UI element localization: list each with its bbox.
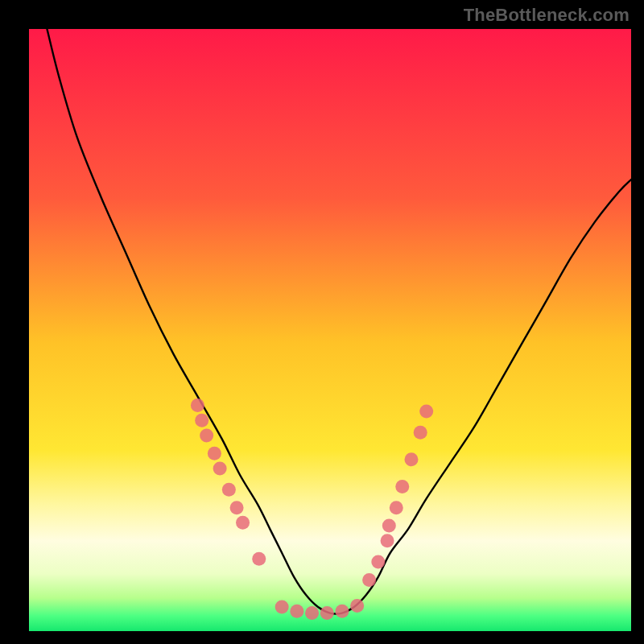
data-dot bbox=[236, 516, 250, 530]
data-dot bbox=[290, 605, 303, 618]
data-dot bbox=[222, 483, 236, 497]
data-dot bbox=[320, 606, 334, 620]
data-dot bbox=[362, 573, 376, 587]
data-dot bbox=[395, 480, 409, 493]
data-dot bbox=[252, 552, 266, 566]
data-dot bbox=[213, 462, 227, 476]
data-dot bbox=[191, 398, 204, 412]
data-dot bbox=[390, 501, 403, 514]
gradient-background bbox=[29, 29, 631, 631]
data-dot bbox=[419, 404, 433, 418]
data-dot bbox=[275, 601, 289, 614]
data-dot bbox=[195, 414, 208, 427]
chart-frame: TheBottleneck.com bbox=[0, 0, 644, 644]
data-dot bbox=[230, 501, 244, 514]
data-dot bbox=[200, 428, 213, 442]
data-dot bbox=[350, 599, 364, 613]
data-dot bbox=[335, 605, 349, 618]
chart-plot-area bbox=[29, 29, 631, 631]
data-dot bbox=[414, 426, 427, 440]
data-dot bbox=[208, 447, 221, 460]
data-dot bbox=[371, 555, 385, 568]
watermark-text: TheBottleneck.com bbox=[464, 5, 630, 26]
data-dot bbox=[381, 534, 394, 547]
chart-svg bbox=[29, 29, 631, 631]
data-dot bbox=[305, 606, 319, 620]
data-dot bbox=[382, 519, 396, 533]
data-dot bbox=[404, 452, 418, 466]
